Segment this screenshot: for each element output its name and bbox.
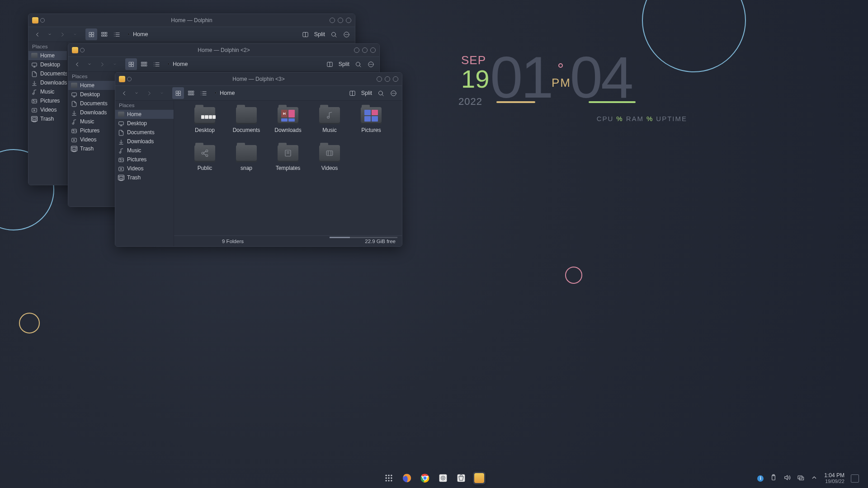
close-button[interactable] (370, 47, 376, 53)
sidebar-item-trash[interactable]: Trash (28, 114, 67, 123)
maximize-button[interactable] (385, 76, 390, 82)
search-button[interactable] (328, 28, 340, 40)
sidebar-item-trash[interactable]: Trash (115, 173, 174, 182)
breadcrumb-segment[interactable]: Home (133, 31, 148, 38)
menu-button[interactable] (340, 28, 352, 40)
icon-view-button[interactable] (85, 28, 97, 40)
pin-button[interactable] (40, 18, 45, 23)
details-view-button[interactable] (151, 58, 162, 70)
icon-view-button[interactable] (172, 87, 184, 99)
breadcrumb-segment[interactable]: Home (220, 90, 235, 96)
back-history-button[interactable] (44, 28, 56, 40)
sidebar-item-videos[interactable]: Videos (115, 164, 174, 173)
details-view-button[interactable] (198, 87, 209, 99)
sidebar-item-documents[interactable]: Documents (28, 69, 67, 78)
search-button[interactable] (352, 58, 364, 70)
sidebar-item-documents[interactable]: Documents (68, 99, 115, 108)
menu-button[interactable] (365, 58, 377, 70)
close-button[interactable] (393, 76, 398, 82)
sidebar-item-downloads[interactable]: Downloads (68, 108, 115, 117)
breadcrumb-segment[interactable]: Home (173, 61, 188, 67)
minimize-button[interactable] (330, 18, 335, 23)
network-icon[interactable] (797, 474, 804, 483)
maximize-button[interactable] (338, 18, 343, 23)
sidebar-item-downloads[interactable]: Downloads (115, 137, 174, 146)
sidebar-item-music[interactable]: Music (28, 87, 67, 96)
sidebar-item-downloads[interactable]: Downloads (28, 78, 67, 87)
folder-templates[interactable]: Templates (267, 145, 309, 171)
split-icon[interactable] (324, 58, 336, 70)
forward-button[interactable] (57, 28, 68, 40)
sidebar-item-pictures[interactable]: Pictures (115, 155, 174, 164)
pin-button[interactable] (127, 77, 132, 81)
sidebar-item-desktop[interactable]: Desktop (115, 119, 174, 128)
search-button[interactable] (375, 87, 387, 99)
folder-downloads[interactable]: HDownloads (267, 107, 309, 133)
sidebar-item-desktop[interactable]: Desktop (68, 90, 115, 99)
breadcrumb[interactable]: Home (127, 31, 148, 38)
sidebar-item-home[interactable]: Home (115, 110, 174, 119)
back-button[interactable] (71, 58, 83, 70)
forward-history-button[interactable] (69, 28, 81, 40)
split-button[interactable]: Split (339, 61, 349, 67)
sidebar-item-videos[interactable]: Videos (28, 105, 67, 114)
sidebar-item-music[interactable]: Music (115, 146, 174, 155)
close-button[interactable] (346, 18, 351, 23)
folder-snap[interactable]: snap (226, 145, 267, 171)
details-view-button[interactable] (111, 28, 123, 40)
folder-view[interactable]: DesktopDocumentsHDownloadsMusicPicturesP… (174, 101, 402, 246)
sidebar-item-pictures[interactable]: Pictures (68, 126, 115, 135)
titlebar[interactable]: Home — Dolphin <2> (68, 44, 379, 56)
titlebar[interactable]: Home — Dolphin (28, 14, 355, 27)
compact-view-button[interactable] (138, 58, 150, 70)
clipboard-icon[interactable] (770, 474, 777, 483)
folder-pictures[interactable]: Pictures (350, 107, 392, 133)
forward-button[interactable] (96, 58, 108, 70)
folder-music[interactable]: Music (309, 107, 350, 133)
compact-view-button[interactable] (98, 28, 110, 40)
breadcrumb[interactable]: Home (167, 61, 188, 67)
split-button[interactable]: Split (314, 31, 325, 38)
chrome-button[interactable] (419, 472, 431, 484)
maximize-button[interactable] (362, 47, 368, 53)
titlebar[interactable]: Home — Dolphin <3> (115, 73, 402, 85)
back-history-button[interactable] (84, 58, 95, 70)
icon-view-button[interactable] (125, 58, 137, 70)
minimize-button[interactable] (377, 76, 382, 82)
volume-icon[interactable] (783, 474, 791, 483)
sidebar-item-documents[interactable]: Documents (115, 128, 174, 137)
back-history-button[interactable] (131, 87, 142, 99)
sidebar-item-trash[interactable]: Trash (68, 144, 115, 153)
menu-button[interactable] (387, 87, 399, 99)
firefox-button[interactable] (401, 472, 413, 484)
dolphin-button[interactable] (473, 472, 486, 484)
folder-public[interactable]: Public (184, 145, 226, 171)
folder-documents[interactable]: Documents (226, 107, 267, 133)
sidebar-item-home[interactable]: Home (28, 51, 67, 60)
app-launcher-button[interactable] (382, 472, 395, 484)
split-icon[interactable] (300, 28, 311, 40)
software-center-button[interactable] (455, 472, 467, 484)
sidebar-item-music[interactable]: Music (68, 117, 115, 126)
taskbar-clock[interactable]: 1:04 PM 19/09/22 (824, 473, 844, 484)
minimize-button[interactable] (354, 47, 359, 53)
forward-button[interactable] (143, 87, 155, 99)
sidebar-item-desktop[interactable]: Desktop (28, 60, 67, 69)
sidebar-item-home[interactable]: Home (68, 81, 115, 90)
forward-history-button[interactable] (109, 58, 121, 70)
tray-expand-button[interactable] (811, 474, 818, 483)
folder-desktop[interactable]: Desktop (184, 107, 226, 133)
system-settings-button[interactable] (437, 472, 449, 484)
back-button[interactable] (31, 28, 43, 40)
compact-view-button[interactable] (185, 87, 197, 99)
pin-button[interactable] (80, 48, 85, 52)
split-button[interactable]: Split (361, 90, 372, 96)
show-desktop-button[interactable] (851, 474, 859, 483)
sidebar-item-pictures[interactable]: Pictures (28, 96, 67, 105)
breadcrumb[interactable]: Home (214, 90, 235, 96)
info-icon[interactable]: i (757, 475, 764, 482)
folder-videos[interactable]: Videos (309, 145, 350, 171)
sidebar-item-videos[interactable]: Videos (68, 135, 115, 144)
back-button[interactable] (118, 87, 130, 99)
split-icon[interactable] (347, 87, 359, 99)
